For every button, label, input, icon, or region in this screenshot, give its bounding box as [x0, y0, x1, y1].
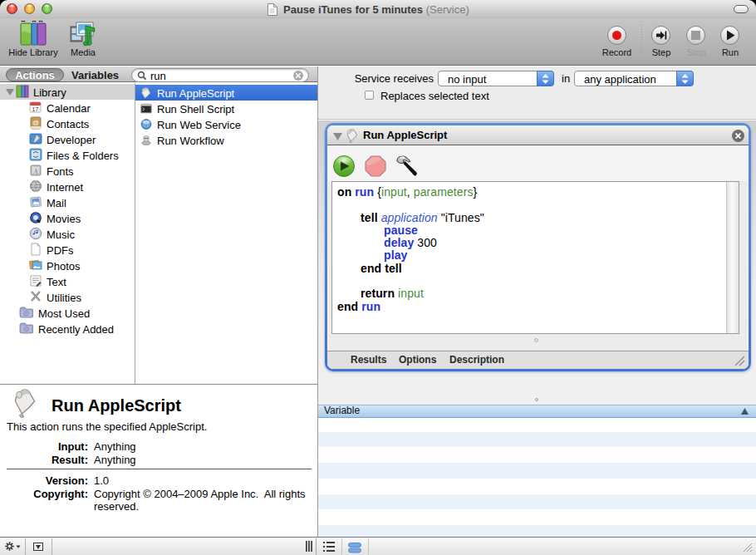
- svg-text:17: 17: [32, 106, 39, 112]
- svg-text:@: @: [32, 119, 39, 126]
- svg-text:A: A: [33, 168, 38, 175]
